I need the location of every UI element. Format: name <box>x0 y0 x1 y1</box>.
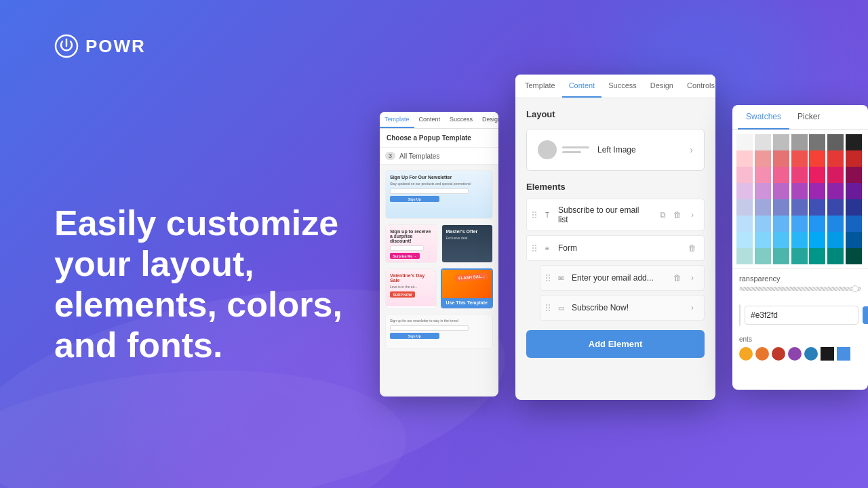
element-row-email[interactable]: ✉ Enter your email add... 🗑 › <box>540 265 705 291</box>
template-item-1[interactable]: Sign Up For Our Newsletter Stay updated … <box>385 170 493 219</box>
swatch-blue-700[interactable] <box>846 216 862 232</box>
tpl-tab-design[interactable]: Design <box>477 112 498 128</box>
element-row-title[interactable]: T Subscribe to our email list ⧉ 🗑 › <box>526 199 705 231</box>
swatch-pink-300[interactable] <box>773 167 789 183</box>
swatch-red-100[interactable] <box>736 150 753 167</box>
chevron-icon-1[interactable]: › <box>686 209 698 221</box>
swatch-pink-100[interactable] <box>736 167 753 183</box>
tpl-tab-content[interactable]: Content <box>414 112 446 128</box>
content-tab-controls[interactable]: Controls <box>680 75 715 98</box>
drag-handle-2[interactable] <box>532 245 536 251</box>
ok-button[interactable]: OK <box>863 306 868 324</box>
use-this-template[interactable]: Use This Template <box>442 298 492 307</box>
swatch-purple-100[interactable] <box>736 183 753 199</box>
transparency-handle[interactable] <box>852 285 859 292</box>
delete-icon-1[interactable]: 🗑 <box>671 209 684 221</box>
add-element-button[interactable]: Add Element <box>526 330 705 358</box>
template-item-2[interactable]: Sign up to receive a surprise discount! … <box>385 224 437 263</box>
swatch-blue-600[interactable] <box>827 216 844 232</box>
swatch-red-200[interactable] <box>755 150 771 167</box>
swatch-teal-400[interactable] <box>791 248 808 264</box>
chevron-icon-3[interactable]: › <box>686 272 698 284</box>
drag-handle-3[interactable] <box>546 274 550 281</box>
recent-swatch-4[interactable] <box>788 347 802 361</box>
template-item-5[interactable]: FLASH SAL... Use This Template <box>441 268 494 308</box>
swatch-blue-500[interactable] <box>809 216 825 232</box>
swatches-tab[interactable]: Swatches <box>738 105 789 129</box>
swatch-gray-600[interactable] <box>827 134 844 150</box>
swatch-red-700[interactable] <box>846 150 862 167</box>
swatch-teal-300[interactable] <box>773 248 789 264</box>
swatch-purple-200[interactable] <box>755 183 771 199</box>
template-item-3[interactable]: Master's Offer Exclusive deal <box>441 224 494 263</box>
swatch-lightblue-600[interactable] <box>827 232 844 248</box>
layout-option[interactable]: Left Image › <box>526 129 705 171</box>
swatch-lightblue-700[interactable] <box>846 232 862 248</box>
swatch-teal-200[interactable] <box>755 248 771 264</box>
element-row-form[interactable]: ≡ Form 🗑 <box>526 235 705 261</box>
drag-handle-4[interactable] <box>546 304 550 311</box>
swatch-gray-300[interactable] <box>773 134 789 150</box>
swatch-pink-400[interactable] <box>791 167 808 183</box>
swatch-red-600[interactable] <box>827 150 844 167</box>
swatch-purple-500[interactable] <box>809 183 825 199</box>
swatch-purple-300[interactable] <box>773 183 789 199</box>
color-preview-box[interactable] <box>739 304 741 326</box>
swatch-teal-700[interactable] <box>846 248 862 264</box>
content-tab-template[interactable]: Template <box>518 75 562 98</box>
swatch-black[interactable] <box>846 134 862 150</box>
swatch-pink-500[interactable] <box>809 167 825 183</box>
swatch-pink-700[interactable] <box>846 167 862 183</box>
swatch-indigo-200[interactable] <box>755 199 771 216</box>
recent-swatch-1[interactable] <box>739 347 753 361</box>
swatch-blue-200[interactable] <box>755 216 771 232</box>
swatch-lightblue-500[interactable] <box>809 232 825 248</box>
swatch-red-400[interactable] <box>791 150 808 167</box>
content-tab-design[interactable]: Design <box>644 75 680 98</box>
swatch-gray-500[interactable] <box>809 134 825 150</box>
recent-swatch-2[interactable] <box>755 347 769 361</box>
swatch-gray-400[interactable] <box>791 134 808 150</box>
swatch-blue-300[interactable] <box>773 216 789 232</box>
template-item-6[interactable]: Sign up for our newsletter to stay in th… <box>385 314 493 349</box>
swatch-teal-600[interactable] <box>827 248 844 264</box>
delete-icon-2[interactable]: 🗑 <box>686 242 698 254</box>
swatch-lightblue-200[interactable] <box>755 232 771 248</box>
recent-swatch-6[interactable] <box>821 347 834 361</box>
swatch-purple-400[interactable] <box>791 183 808 199</box>
swatch-red-300[interactable] <box>773 150 789 167</box>
swatch-indigo-700[interactable] <box>846 199 862 216</box>
swatch-indigo-400[interactable] <box>791 199 808 216</box>
content-tab-success[interactable]: Success <box>601 75 644 98</box>
swatch-lightblue-300[interactable] <box>773 232 789 248</box>
swatch-teal-100[interactable] <box>736 248 753 264</box>
swatch-indigo-300[interactable] <box>773 199 789 216</box>
drag-handle-1[interactable] <box>532 211 536 218</box>
content-tab-content[interactable]: Content <box>562 75 602 98</box>
swatch-indigo-100[interactable] <box>736 199 753 216</box>
copy-icon-1[interactable]: ⧉ <box>656 209 669 221</box>
swatch-indigo-500[interactable] <box>809 199 825 216</box>
element-row-subscribe[interactable]: ▭ Subscribe Now! › <box>540 295 705 321</box>
delete-icon-3[interactable]: 🗑 <box>671 272 684 284</box>
color-hex-input[interactable] <box>745 306 859 325</box>
swatch-lightblue-400[interactable] <box>791 232 808 248</box>
tpl-tab-template[interactable]: Template <box>380 112 414 128</box>
template-item-4[interactable]: Valentine's Day Sale Love is in the air.… <box>385 268 437 308</box>
tpl-tab-success[interactable]: Success <box>445 112 477 128</box>
swatch-indigo-600[interactable] <box>827 199 844 216</box>
swatch-lightblue-100[interactable] <box>736 232 753 248</box>
chevron-icon-4[interactable]: › <box>686 302 698 314</box>
swatch-gray-100[interactable] <box>736 134 753 150</box>
recent-swatch-5[interactable] <box>804 347 818 361</box>
swatch-pink-600[interactable] <box>827 167 844 183</box>
recent-swatch-3[interactable] <box>772 347 785 361</box>
picker-tab[interactable]: Picker <box>789 105 828 129</box>
swatch-red-500[interactable] <box>809 150 825 167</box>
swatch-purple-600[interactable] <box>827 183 844 199</box>
recent-swatch-7[interactable] <box>837 347 850 361</box>
transparency-bar[interactable] <box>739 287 861 291</box>
swatch-blue-100[interactable] <box>736 216 753 232</box>
swatch-teal-500[interactable] <box>809 248 825 264</box>
swatch-gray-200[interactable] <box>755 134 771 150</box>
